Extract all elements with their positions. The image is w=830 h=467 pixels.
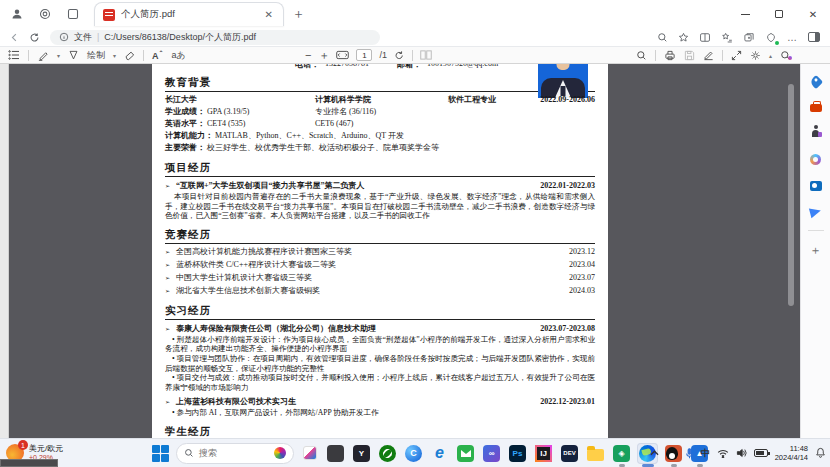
drop-icon[interactable] — [808, 204, 823, 219]
collections-icon[interactable] — [743, 32, 755, 43]
app-intellij[interactable]: IJ — [533, 443, 554, 464]
rotate-icon[interactable] — [394, 50, 405, 61]
app-visual-studio[interactable]: ∞ — [481, 443, 502, 464]
cet4-value: CET4 (535) — [207, 119, 245, 128]
qq-icon[interactable] — [666, 447, 678, 460]
project-title: “互联网+”大学生双创项目“接力共享书屋” — [176, 181, 325, 190]
eraser-icon[interactable] — [124, 50, 135, 61]
copilot-sidebar-icon[interactable] — [808, 32, 820, 42]
hide-toolbar-icon[interactable]: ▴ — [769, 52, 772, 59]
honors-value: 校三好学生、校优秀学生干部、校活动积极分子、院单项奖学金等 — [207, 143, 439, 152]
app-paint[interactable] — [299, 443, 320, 464]
games-icon[interactable] — [808, 126, 823, 141]
battery-icon[interactable] — [754, 449, 768, 457]
sidebar-add-icon[interactable]: ＋ — [810, 242, 822, 259]
taskbar-clock[interactable]: 11:48 2024/4/14 — [775, 444, 808, 462]
zoom-in-icon[interactable]: ＋ — [318, 48, 329, 63]
tab-title: 个人简历.pdf — [121, 8, 257, 21]
save-icon[interactable] — [684, 50, 695, 61]
computer-value: MATLAB、Python、C++、Scratch、Arduino、QT 开发 — [215, 131, 404, 140]
favorites-bar-icon[interactable] — [721, 32, 733, 43]
back-icon[interactable] — [9, 32, 20, 43]
app-dark-window[interactable] — [325, 443, 346, 464]
profile-icon[interactable] — [6, 4, 28, 24]
copilot-dot — [788, 56, 792, 60]
page-info-icon[interactable] — [59, 32, 69, 42]
fit-to-width-icon[interactable] — [336, 50, 349, 60]
zoom-indicator-icon[interactable] — [657, 32, 668, 43]
designer-icon[interactable] — [808, 152, 823, 167]
hidden-icons-chevron[interactable] — [650, 450, 659, 456]
refresh-icon[interactable] — [29, 32, 40, 43]
address-scheme: 文件 — [74, 31, 92, 44]
contact-row: 电话： 13227058781 邮箱： 1001907520@qq.com — [165, 64, 595, 69]
wifi-icon[interactable] — [717, 449, 729, 458]
app-file-explorer[interactable] — [585, 443, 606, 464]
windows-taskbar: 1 美元/欧元 +0.29% 搜索 Y C e ∞ — [0, 438, 830, 467]
competition-row: 中国大学生计算机设计大赛 省级三等奖 2023.07 — [165, 271, 595, 284]
taskbar-search[interactable]: 搜索 — [176, 443, 294, 464]
fullscreen-icon[interactable] — [731, 50, 742, 61]
tools-icon[interactable] — [808, 100, 823, 115]
app-game-launcher[interactable]: Y — [351, 443, 372, 464]
workspaces-icon[interactable] — [34, 4, 56, 24]
pdf-settings-icon[interactable] — [750, 50, 761, 61]
pdf-scrollbar[interactable] — [788, 84, 794, 306]
search-document-icon[interactable] — [636, 50, 647, 61]
edit-icon[interactable] — [703, 50, 714, 61]
volume-icon[interactable] — [736, 448, 747, 458]
split-screen-icon[interactable] — [699, 32, 711, 43]
shopping-tag-icon[interactable] — [808, 74, 823, 89]
job-bullet: 荆楚超体小程序前端开发设计：作为项目核心成员，全面负责“荆楚超体”小程序的前端开… — [165, 335, 595, 354]
minimize-button[interactable] — [728, 0, 762, 28]
start-button[interactable] — [150, 443, 171, 464]
address-input[interactable]: 文件 | C:/Users/86138/Desktop/个人简历.pdf — [50, 30, 380, 45]
tab-resume-pdf[interactable]: 个人简历.pdf ✕ — [94, 2, 284, 26]
more-options-icon[interactable]: … — [787, 32, 798, 43]
new-tab-button[interactable]: ＋ — [292, 5, 305, 23]
draw-icon[interactable] — [68, 50, 79, 61]
print-icon[interactable] — [664, 50, 676, 61]
microphone-icon[interactable] — [685, 448, 694, 459]
copilot-search-icon[interactable] — [780, 50, 792, 61]
app-xbox[interactable] — [377, 443, 398, 464]
section-student-header: 学生经历 — [165, 425, 595, 438]
page-number-input[interactable]: 1 — [356, 49, 372, 61]
read-aloud-icon[interactable]: A⌃ — [152, 49, 164, 61]
favorite-star-icon[interactable] — [678, 32, 689, 43]
gpa-value: GPA (3.19/5) — [207, 107, 249, 116]
id-photo — [538, 64, 588, 98]
outlook-icon[interactable] — [808, 178, 823, 193]
job-row: 上海蓝衫科技有限公司 技术实习生 2022.12-2023.01 — [165, 395, 595, 408]
highlighter-dropdown-icon[interactable]: ▾ — [57, 52, 60, 59]
app-copilot[interactable]: C — [403, 443, 424, 464]
app-dev-cpp[interactable]: DEV — [559, 443, 580, 464]
tab-actions-icon[interactable] — [62, 4, 84, 24]
notifications-icon[interactable] — [815, 447, 826, 460]
ime-indicator[interactable]: 中 — [701, 447, 710, 460]
tab-close-icon[interactable]: ✕ — [263, 9, 275, 20]
pdf-toolbar: ▾ 绘制 ▾ A⌃ aあ − ＋ 1 /1 — [0, 47, 830, 64]
app-internet-explorer[interactable]: e — [429, 443, 450, 464]
edu-period: 2022.09-2026.06 — [540, 94, 595, 106]
phone-value: 13227058781 — [325, 64, 369, 69]
draw-label[interactable]: 绘制 — [87, 49, 105, 62]
translate-icon[interactable]: aあ — [172, 49, 186, 62]
app-seewo[interactable]: ◈ — [611, 443, 632, 464]
page-total-label: /1 — [379, 50, 387, 60]
search-icon — [184, 448, 194, 458]
page-view-icon[interactable] — [420, 50, 432, 60]
viewer-left-edge — [0, 64, 9, 438]
browser-essentials-icon[interactable] — [765, 32, 777, 43]
close-button[interactable]: ✕ — [796, 0, 830, 28]
app-mail[interactable] — [455, 443, 476, 464]
maximize-button[interactable] — [762, 0, 796, 28]
browser-titlebar: 个人简历.pdf ✕ ＋ ✕ — [0, 0, 830, 28]
app-photoshop[interactable]: Ps — [507, 443, 528, 464]
zoom-out-icon[interactable]: − — [305, 49, 311, 61]
widget-badge: 1 — [18, 440, 28, 450]
toc-icon[interactable] — [8, 50, 20, 60]
highlighter-icon[interactable] — [37, 50, 49, 61]
draw-dropdown-icon[interactable]: ▾ — [113, 52, 116, 59]
browser-addressbar: 文件 | C:/Users/86138/Desktop/个人简历.pdf — [0, 28, 830, 47]
